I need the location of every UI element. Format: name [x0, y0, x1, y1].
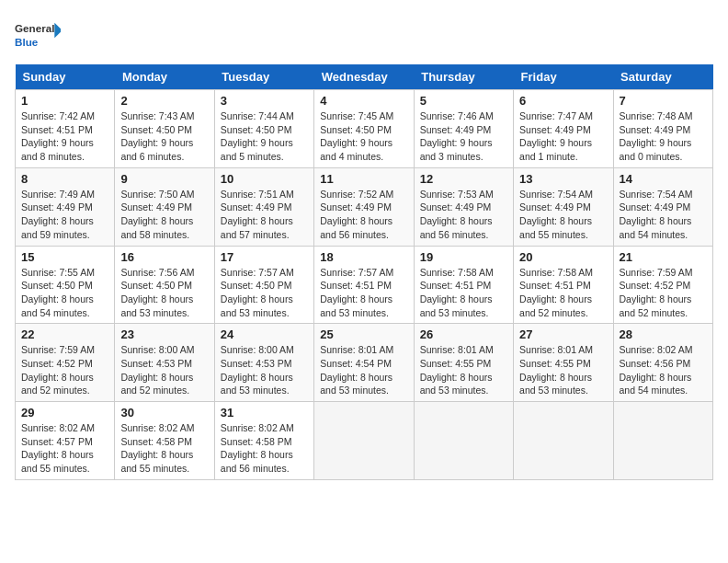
calendar-cell — [613, 402, 712, 480]
calendar-cell: 15Sunrise: 7:55 AM Sunset: 4:50 PM Dayli… — [16, 246, 115, 324]
cell-sun-info: Sunrise: 7:56 AM Sunset: 4:50 PM Dayligh… — [120, 266, 208, 320]
day-number: 3 — [221, 94, 308, 108]
logo-svg: General Blue — [15, 15, 61, 55]
day-number: 14 — [620, 172, 707, 186]
cell-sun-info: Sunrise: 7:57 AM Sunset: 4:50 PM Dayligh… — [221, 266, 308, 320]
logo: General Blue — [15, 15, 61, 55]
cell-sun-info: Sunrise: 7:53 AM Sunset: 4:49 PM Dayligh… — [420, 188, 507, 242]
day-number: 29 — [21, 406, 108, 419]
calendar-cell: 25Sunrise: 8:01 AM Sunset: 4:54 PM Dayli… — [314, 324, 414, 402]
day-number: 23 — [120, 327, 208, 341]
day-number: 6 — [519, 94, 607, 108]
calendar-cell — [314, 402, 414, 480]
days-header-row: SundayMondayTuesdayWednesdayThursdayFrid… — [16, 64, 713, 90]
calendar-cell: 6Sunrise: 7:47 AM Sunset: 4:49 PM Daylig… — [514, 90, 613, 168]
day-number: 25 — [320, 327, 407, 341]
column-header-friday: Friday — [514, 64, 613, 90]
column-header-wednesday: Wednesday — [314, 64, 414, 90]
day-number: 30 — [120, 406, 208, 419]
cell-sun-info: Sunrise: 7:59 AM Sunset: 4:52 PM Dayligh… — [620, 266, 707, 320]
page-header: General Blue — [15, 15, 713, 55]
day-number: 26 — [420, 327, 507, 341]
day-number: 28 — [620, 327, 707, 341]
calendar-cell: 7Sunrise: 7:48 AM Sunset: 4:49 PM Daylig… — [613, 90, 712, 168]
day-number: 31 — [221, 406, 308, 419]
calendar-cell: 26Sunrise: 8:01 AM Sunset: 4:55 PM Dayli… — [414, 324, 513, 402]
calendar-table: SundayMondayTuesdayWednesdayThursdayFrid… — [15, 64, 713, 480]
cell-sun-info: Sunrise: 8:02 AM Sunset: 4:56 PM Dayligh… — [620, 343, 707, 397]
calendar-cell: 9Sunrise: 7:50 AM Sunset: 4:49 PM Daylig… — [115, 167, 214, 246]
day-number: 18 — [320, 250, 407, 264]
day-number: 7 — [620, 94, 707, 108]
calendar-cell: 1Sunrise: 7:42 AM Sunset: 4:51 PM Daylig… — [16, 90, 115, 168]
cell-sun-info: Sunrise: 7:55 AM Sunset: 4:50 PM Dayligh… — [21, 266, 108, 320]
calendar-week-5: 29Sunrise: 8:02 AM Sunset: 4:57 PM Dayli… — [16, 402, 713, 480]
day-number: 1 — [21, 94, 108, 108]
calendar-cell: 2Sunrise: 7:43 AM Sunset: 4:50 PM Daylig… — [115, 90, 214, 168]
cell-sun-info: Sunrise: 7:46 AM Sunset: 4:49 PM Dayligh… — [420, 109, 507, 164]
day-number: 16 — [120, 250, 208, 264]
cell-sun-info: Sunrise: 7:45 AM Sunset: 4:50 PM Dayligh… — [320, 109, 407, 164]
cell-sun-info: Sunrise: 7:52 AM Sunset: 4:49 PM Dayligh… — [320, 188, 407, 242]
calendar-cell: 28Sunrise: 8:02 AM Sunset: 4:56 PM Dayli… — [613, 324, 712, 402]
calendar-cell: 13Sunrise: 7:54 AM Sunset: 4:49 PM Dayli… — [514, 167, 613, 246]
cell-sun-info: Sunrise: 7:47 AM Sunset: 4:49 PM Dayligh… — [519, 109, 607, 164]
column-header-monday: Monday — [115, 64, 214, 90]
day-number: 24 — [221, 327, 308, 341]
cell-sun-info: Sunrise: 8:01 AM Sunset: 4:55 PM Dayligh… — [420, 343, 507, 397]
cell-sun-info: Sunrise: 7:54 AM Sunset: 4:49 PM Dayligh… — [519, 188, 607, 242]
cell-sun-info: Sunrise: 7:42 AM Sunset: 4:51 PM Dayligh… — [21, 109, 108, 164]
cell-sun-info: Sunrise: 7:59 AM Sunset: 4:52 PM Dayligh… — [21, 343, 108, 397]
cell-sun-info: Sunrise: 7:57 AM Sunset: 4:51 PM Dayligh… — [320, 266, 407, 320]
calendar-week-1: 1Sunrise: 7:42 AM Sunset: 4:51 PM Daylig… — [16, 90, 713, 168]
calendar-cell — [414, 402, 513, 480]
svg-text:Blue: Blue — [15, 36, 39, 48]
day-number: 5 — [420, 94, 507, 108]
cell-sun-info: Sunrise: 8:01 AM Sunset: 4:55 PM Dayligh… — [519, 343, 607, 397]
cell-sun-info: Sunrise: 7:44 AM Sunset: 4:50 PM Dayligh… — [221, 109, 308, 164]
calendar-cell: 8Sunrise: 7:49 AM Sunset: 4:49 PM Daylig… — [16, 167, 115, 246]
cell-sun-info: Sunrise: 7:58 AM Sunset: 4:51 PM Dayligh… — [420, 266, 507, 320]
cell-sun-info: Sunrise: 7:50 AM Sunset: 4:49 PM Dayligh… — [120, 188, 208, 242]
cell-sun-info: Sunrise: 7:58 AM Sunset: 4:51 PM Dayligh… — [519, 266, 607, 320]
calendar-cell: 29Sunrise: 8:02 AM Sunset: 4:57 PM Dayli… — [16, 402, 115, 480]
cell-sun-info: Sunrise: 8:02 AM Sunset: 4:57 PM Dayligh… — [21, 421, 108, 476]
day-number: 10 — [221, 172, 308, 186]
day-number: 17 — [221, 250, 308, 264]
svg-marker-2 — [54, 23, 61, 39]
calendar-cell: 20Sunrise: 7:58 AM Sunset: 4:51 PM Dayli… — [514, 246, 613, 324]
day-number: 22 — [21, 327, 108, 341]
calendar-cell: 31Sunrise: 8:02 AM Sunset: 4:58 PM Dayli… — [214, 402, 313, 480]
day-number: 9 — [120, 172, 208, 186]
calendar-cell: 12Sunrise: 7:53 AM Sunset: 4:49 PM Dayli… — [414, 167, 513, 246]
calendar-cell: 11Sunrise: 7:52 AM Sunset: 4:49 PM Dayli… — [314, 167, 414, 246]
cell-sun-info: Sunrise: 7:54 AM Sunset: 4:49 PM Dayligh… — [620, 188, 707, 242]
cell-sun-info: Sunrise: 8:01 AM Sunset: 4:54 PM Dayligh… — [320, 343, 407, 397]
cell-sun-info: Sunrise: 8:02 AM Sunset: 4:58 PM Dayligh… — [221, 421, 308, 476]
day-number: 13 — [519, 172, 607, 186]
calendar-cell: 18Sunrise: 7:57 AM Sunset: 4:51 PM Dayli… — [314, 246, 414, 324]
cell-sun-info: Sunrise: 8:02 AM Sunset: 4:58 PM Dayligh… — [120, 421, 208, 476]
day-number: 20 — [519, 250, 607, 264]
day-number: 21 — [620, 250, 707, 264]
day-number: 4 — [320, 94, 407, 108]
calendar-cell: 17Sunrise: 7:57 AM Sunset: 4:50 PM Dayli… — [214, 246, 313, 324]
day-number: 15 — [21, 250, 108, 264]
calendar-cell: 23Sunrise: 8:00 AM Sunset: 4:53 PM Dayli… — [115, 324, 214, 402]
calendar-cell: 16Sunrise: 7:56 AM Sunset: 4:50 PM Dayli… — [115, 246, 214, 324]
calendar-cell: 24Sunrise: 8:00 AM Sunset: 4:53 PM Dayli… — [214, 324, 313, 402]
cell-sun-info: Sunrise: 8:00 AM Sunset: 4:53 PM Dayligh… — [120, 343, 208, 397]
calendar-cell: 19Sunrise: 7:58 AM Sunset: 4:51 PM Dayli… — [414, 246, 513, 324]
calendar-cell: 27Sunrise: 8:01 AM Sunset: 4:55 PM Dayli… — [514, 324, 613, 402]
cell-sun-info: Sunrise: 7:48 AM Sunset: 4:49 PM Dayligh… — [620, 109, 707, 164]
cell-sun-info: Sunrise: 7:51 AM Sunset: 4:49 PM Dayligh… — [221, 188, 308, 242]
calendar-cell: 22Sunrise: 7:59 AM Sunset: 4:52 PM Dayli… — [16, 324, 115, 402]
day-number: 2 — [120, 94, 208, 108]
calendar-cell: 30Sunrise: 8:02 AM Sunset: 4:58 PM Dayli… — [115, 402, 214, 480]
column-header-sunday: Sunday — [16, 64, 115, 90]
calendar-week-3: 15Sunrise: 7:55 AM Sunset: 4:50 PM Dayli… — [16, 246, 713, 324]
cell-sun-info: Sunrise: 8:00 AM Sunset: 4:53 PM Dayligh… — [221, 343, 308, 397]
day-number: 8 — [21, 172, 108, 186]
calendar-cell — [514, 402, 613, 480]
column-header-thursday: Thursday — [414, 64, 513, 90]
